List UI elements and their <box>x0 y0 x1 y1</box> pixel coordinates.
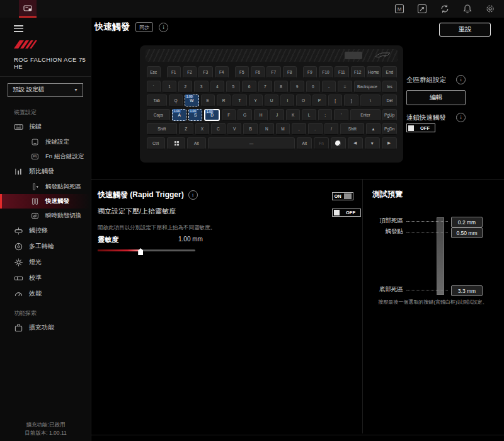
profile-dropdown[interactable]: 預設 設定檔 ▼ <box>8 83 83 97</box>
rapid-trigger-toggle[interactable]: ON <box>332 192 353 200</box>
key-minus[interactable]: - <box>322 81 336 93</box>
key-y[interactable]: Y <box>249 94 263 106</box>
key-bracket-left[interactable]: [ <box>328 94 342 106</box>
key-f9[interactable]: F9 <box>303 66 317 78</box>
key-0[interactable]: 0 <box>306 81 320 93</box>
key-pgdn[interactable]: PgDn <box>382 123 397 135</box>
key-f2[interactable]: F2 <box>183 66 197 78</box>
key-comma[interactable]: , <box>292 123 306 135</box>
key-home[interactable]: Home <box>367 66 381 78</box>
key-f7[interactable]: F7 <box>266 66 280 78</box>
key-2[interactable]: 2 <box>178 81 192 93</box>
sidebar-item-touchbar[interactable]: 觸控條 <box>0 223 91 239</box>
key-f8[interactable]: F8 <box>283 66 297 78</box>
key-f1[interactable]: F1 <box>167 66 181 78</box>
key-f11[interactable]: F11 <box>335 66 348 78</box>
independent-sensitivity-toggle[interactable]: OFF <box>332 209 361 217</box>
key-b[interactable]: B <box>243 123 258 135</box>
key-f[interactable]: F <box>222 109 236 121</box>
key-ins[interactable]: Ins <box>382 81 396 93</box>
sidebar-item-instant[interactable]: 瞬時動態切換 <box>0 209 91 223</box>
key-f4[interactable]: F4 <box>215 66 229 78</box>
key-alt[interactable]: Alt <box>187 137 205 149</box>
info-icon[interactable]: i <box>456 113 466 122</box>
key-g[interactable]: G <box>238 109 252 121</box>
key-h[interactable]: H <box>254 109 268 121</box>
key-e[interactable]: E <box>201 94 215 106</box>
sidebar-item-puzzle[interactable]: 擴充功能 <box>0 320 91 336</box>
key-pgup[interactable]: PgUp <box>382 109 397 121</box>
device-tab[interactable] <box>19 0 37 18</box>
key-arrow-right[interactable]: ▶ <box>382 137 397 149</box>
key-o[interactable]: O <box>296 94 310 106</box>
menu-icon[interactable] <box>14 25 23 32</box>
sidebar-item-rapid[interactable]: 快速觸發 <box>0 194 91 209</box>
edit-button[interactable]: 編輯 <box>406 90 466 105</box>
key-a[interactable]: A1.00 <box>172 109 186 121</box>
sidebar-item-fn[interactable]: FNFn 組合鍵設定 <box>0 149 91 164</box>
key-slash[interactable]: / <box>324 123 339 135</box>
sidebar-item-light[interactable]: 燈光 <box>0 255 91 270</box>
sidebar-item-calibrate[interactable]: 校準 <box>0 270 91 286</box>
key-t[interactable]: T <box>232 94 246 106</box>
key-x[interactable]: X <box>195 123 210 135</box>
key-f10[interactable]: F10 <box>319 66 333 78</box>
info-icon[interactable]: i <box>456 75 466 84</box>
key-quote[interactable]: ' <box>334 109 348 121</box>
key-3[interactable]: 3 <box>194 81 208 93</box>
key-backquote[interactable]: ` <box>147 81 161 93</box>
key-tab[interactable]: Tab <box>147 94 167 106</box>
key-bracket-right[interactable]: ] <box>344 94 358 106</box>
gear-icon[interactable] <box>485 4 495 14</box>
key-q[interactable]: Q <box>169 94 183 106</box>
key-semicolon[interactable]: ; <box>318 109 333 121</box>
key-j[interactable]: J <box>270 109 284 121</box>
key-d[interactable]: D1.00 <box>204 109 220 121</box>
key-u[interactable]: U <box>265 94 278 106</box>
key-9[interactable]: 9 <box>290 81 304 93</box>
key-n[interactable]: N <box>260 123 274 135</box>
featured-icon[interactable]: M <box>394 4 404 14</box>
info-icon[interactable]: i <box>188 190 198 200</box>
key-5[interactable]: 5 <box>226 81 240 93</box>
key-arrow-down[interactable]: ▼ <box>365 137 380 149</box>
key-f12[interactable]: F12 <box>351 66 365 78</box>
key-f6[interactable]: F6 <box>251 66 265 78</box>
sidebar-item-wheel[interactable]: 多工轉輪 <box>0 239 91 255</box>
key-win[interactable] <box>167 137 185 149</box>
key-arrow-left[interactable]: ◀ <box>348 137 363 149</box>
key-backslash[interactable]: \ <box>360 94 381 106</box>
key-backspace[interactable]: Backspace <box>354 81 381 93</box>
key-fn[interactable]: Fn <box>314 137 329 149</box>
key-rog-key[interactable] <box>331 137 346 149</box>
key-r[interactable]: R <box>217 94 231 106</box>
sidebar-item-trigger-point[interactable]: 觸發點與死區 <box>0 180 91 194</box>
key-shift-right[interactable]: Shift <box>340 123 364 135</box>
chain-rapid-toggle[interactable]: OFF <box>406 123 435 132</box>
key-v[interactable]: V <box>227 123 242 135</box>
key-end[interactable]: End <box>382 66 396 78</box>
key-k[interactable]: K <box>286 109 301 121</box>
key-p[interactable]: P <box>312 94 326 106</box>
key-1[interactable]: 1 <box>163 81 176 93</box>
key-caps[interactable]: Caps <box>147 109 171 121</box>
key-del[interactable]: Del <box>382 94 396 106</box>
key-alt-right[interactable]: Alt <box>297 137 312 149</box>
sync-icon[interactable] <box>440 4 450 14</box>
key-6[interactable]: 6 <box>242 81 256 93</box>
key-f3[interactable]: F3 <box>198 66 212 78</box>
sidebar-item-keyboard[interactable]: 按鍵 <box>0 119 91 135</box>
key-w[interactable]: W1.00 <box>185 94 198 106</box>
key-period[interactable]: . <box>308 123 323 135</box>
key-8[interactable]: 8 <box>274 81 288 93</box>
key-equals[interactable]: = <box>338 81 352 93</box>
key-l[interactable]: L <box>302 109 316 121</box>
key-4[interactable]: 4 <box>210 81 224 93</box>
bell-icon[interactable] <box>462 4 472 14</box>
sidebar-item-performance[interactable]: 效能 <box>0 286 91 302</box>
info-icon[interactable]: i <box>159 23 168 32</box>
key-s[interactable]: S1.00 <box>188 109 203 121</box>
key-esc[interactable]: Esc <box>147 66 161 78</box>
key-f5[interactable]: F5 <box>235 66 249 78</box>
key-m[interactable]: M <box>276 123 290 135</box>
